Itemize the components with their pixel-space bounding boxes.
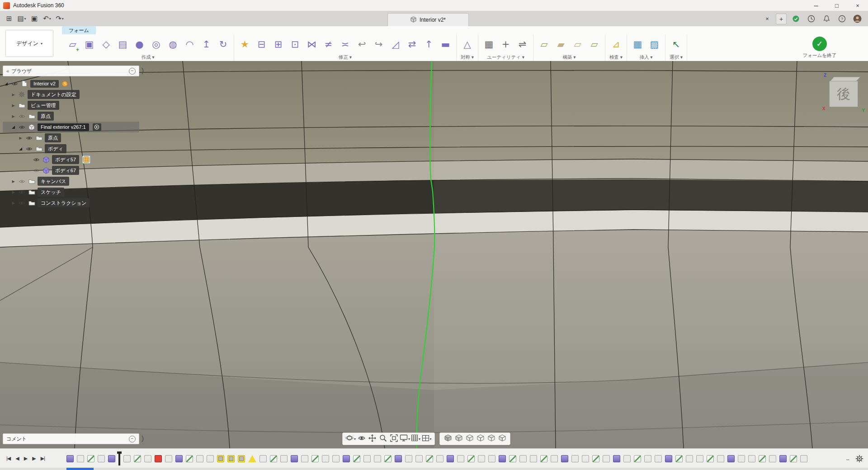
orbit-button[interactable]: ▾ <box>345 434 356 444</box>
timeline-marker-box[interactable] <box>696 455 703 462</box>
collapse-panel-icon[interactable]: « <box>6 68 8 74</box>
select-tool-button[interactable]: ↖ <box>668 35 684 54</box>
tab-form-context[interactable]: フォーム <box>62 26 96 34</box>
timeline-marker-ylw[interactable] <box>238 455 245 462</box>
expand-arrow-icon[interactable]: ▶ <box>11 93 16 97</box>
timeline-marker-sk[interactable] <box>186 455 193 462</box>
timeline-marker-sk[interactable] <box>790 455 797 462</box>
timeline-marker-box[interactable] <box>686 455 693 462</box>
step-back-button[interactable]: ◀ <box>15 456 19 461</box>
timeline-marker-box[interactable] <box>322 455 329 462</box>
visibility-eye-icon[interactable] <box>18 179 26 184</box>
revolve-button[interactable]: ↻ <box>215 35 231 54</box>
timeline-marker-form[interactable] <box>779 455 787 462</box>
browser-row[interactable]: ▶原点 <box>3 111 139 122</box>
weld-vertices-button[interactable]: ≍ <box>337 35 354 54</box>
timeline-marker-form[interactable] <box>613 455 620 462</box>
visibility-eye-icon[interactable] <box>18 190 26 195</box>
timeline-marker-box[interactable] <box>623 455 631 462</box>
browser-row[interactable]: ボディ57 <box>3 154 139 165</box>
profile-icon[interactable] <box>853 14 862 23</box>
panel-resize-grip[interactable]: ) <box>142 67 144 74</box>
timeline-marker-box[interactable] <box>717 455 724 462</box>
zoom-button[interactable] <box>378 434 388 444</box>
timeline-marker-box[interactable] <box>123 455 131 462</box>
timeline-marker-form[interactable] <box>291 455 298 462</box>
visual-style-wireframe-button[interactable] <box>475 434 486 444</box>
cylinder-primitive-button[interactable]: ▤ <box>114 35 131 54</box>
visibility-eye-icon[interactable] <box>18 114 26 119</box>
torus-primitive-button[interactable]: ◎ <box>148 35 165 54</box>
timeline-marker-box[interactable] <box>77 455 84 462</box>
view-cube-face[interactable]: 後 <box>829 81 858 107</box>
group-dropdown-label[interactable]: ユーティリティ ▾ <box>481 54 531 61</box>
comment-resize-grip[interactable]: ) <box>142 435 144 442</box>
group-dropdown-label[interactable]: 挿入 ▾ <box>629 54 663 61</box>
timeline-marker-box[interactable] <box>207 455 214 462</box>
timeline-marker-form[interactable] <box>727 455 735 462</box>
plane-primitive-button[interactable]: ◇ <box>98 35 114 54</box>
display-mode-button[interactable]: ▦ <box>481 35 497 54</box>
show-data-panel-button[interactable]: ⊞ <box>4 13 14 24</box>
timeline-marker-box[interactable] <box>530 455 537 462</box>
offset-plane-button[interactable]: ▱ <box>536 35 552 54</box>
timeline-marker-box[interactable] <box>196 455 203 462</box>
sphere-primitive-button[interactable]: ● <box>131 35 148 54</box>
expand-arrow-icon[interactable]: ◢ <box>4 81 9 86</box>
browser-row[interactable]: ▶キャンバス <box>3 176 139 187</box>
step-forward-button[interactable]: ▶ <box>32 456 35 461</box>
group-dropdown-label[interactable]: 対称 ▾ <box>459 54 476 61</box>
timeline-marker-box[interactable] <box>165 455 172 462</box>
pan-button[interactable] <box>367 434 377 444</box>
merge-edge-button[interactable]: ⋈ <box>303 35 320 54</box>
notification-center-icon[interactable] <box>822 14 831 23</box>
timeline-marker-box[interactable] <box>748 455 755 462</box>
play-button[interactable]: ▶ <box>24 456 27 461</box>
timeline-marker-box[interactable] <box>144 455 151 462</box>
timeline-marker-box[interactable] <box>582 455 589 462</box>
timeline-marker-form[interactable] <box>561 455 568 462</box>
link-icon[interactable] <box>93 123 101 131</box>
view-cube[interactable]: 後 Z X Y <box>828 76 861 110</box>
group-dropdown-label[interactable]: 検査 ▾ <box>608 54 624 61</box>
visual-style-wireframe-hidden-button[interactable] <box>486 434 496 444</box>
timeline-marker-box[interactable] <box>603 455 610 462</box>
comment-header[interactable]: コメント − ) <box>3 433 139 444</box>
browser-row[interactable]: ▶原点 <box>3 132 139 143</box>
timeline-marker-ylw[interactable] <box>217 455 224 462</box>
timeline-marker-box[interactable] <box>405 455 412 462</box>
timeline-marker-sk[interactable] <box>87 455 94 462</box>
browser-row[interactable]: ▶コンストラクション <box>3 197 139 208</box>
visibility-eye-icon[interactable] <box>32 168 40 173</box>
visibility-eye-icon[interactable] <box>25 146 33 151</box>
midplane-button[interactable]: ▱ <box>586 35 603 54</box>
insert-edge-button[interactable]: ⊟ <box>253 35 270 54</box>
timeline-marker-box[interactable] <box>259 455 267 462</box>
close-button[interactable]: × <box>847 0 868 11</box>
display-settings-button[interactable]: ▾ <box>400 434 410 444</box>
insert-canvas-button[interactable]: ▨ <box>646 35 663 54</box>
timeline-marker-box[interactable] <box>800 455 807 462</box>
redo-button[interactable]: ↷▾ <box>54 13 65 24</box>
timeline-marker-form[interactable] <box>395 455 402 462</box>
timeline-marker-ph[interactable] <box>118 452 120 465</box>
group-dropdown-label[interactable]: 選択 ▾ <box>668 54 684 61</box>
extension-manager-icon[interactable] <box>807 14 816 23</box>
tangent-plane-button[interactable]: ▱ <box>569 35 586 54</box>
save-button[interactable]: ▣ <box>29 13 40 24</box>
timeline-marker-sk[interactable] <box>634 455 641 462</box>
timeline-scrollbar-thumb[interactable] <box>66 468 94 470</box>
timeline-marker-err[interactable] <box>155 455 162 462</box>
timeline-scrollbar-track[interactable] <box>0 468 868 470</box>
timeline-marker-sk[interactable] <box>467 455 475 462</box>
minimize-button[interactable]: ─ <box>806 0 826 11</box>
timeline-marker-box[interactable] <box>374 455 381 462</box>
browser-row[interactable]: ◢Final exterior v267:1 <box>3 122 139 132</box>
timeline-marker-box[interactable] <box>488 455 495 462</box>
mirror-internal-button[interactable]: △ <box>459 35 476 54</box>
timeline-marker-box[interactable] <box>332 455 340 462</box>
timeline-marker-sk[interactable] <box>270 455 277 462</box>
expand-arrow-icon[interactable]: ▶ <box>18 136 23 140</box>
job-status-icon[interactable] <box>791 14 800 23</box>
help-icon[interactable]: ? <box>837 14 846 23</box>
